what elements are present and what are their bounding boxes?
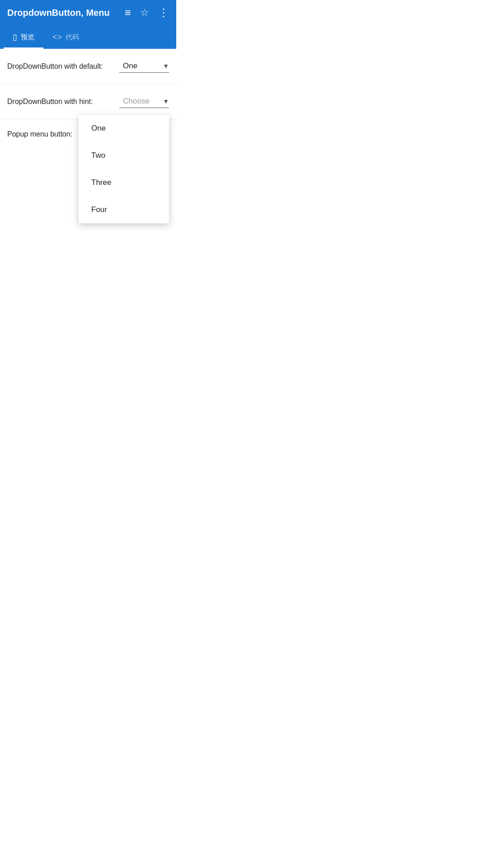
dropdown-hint-button[interactable]: Choose ▼: [119, 95, 169, 108]
row-default-label: DropDownButton with default:: [7, 62, 103, 71]
row-hint-label: DropDownButton with hint:: [7, 98, 93, 106]
app-bar-actions: [125, 6, 169, 19]
code-icon: <>: [52, 33, 62, 42]
menu-icon[interactable]: [125, 6, 131, 19]
dropdown-hint-value: Choose: [123, 97, 150, 106]
tab-code[interactable]: <> 代码: [43, 27, 88, 49]
menu-item-three[interactable]: Three: [79, 169, 169, 196]
menu-item-two[interactable]: Two: [79, 142, 169, 169]
tab-bar: ▯ 预览 <> 代码: [0, 25, 176, 49]
menu-item-four[interactable]: Four: [79, 196, 169, 223]
dropdown-default-button[interactable]: One ▼: [119, 60, 169, 73]
star-icon[interactable]: [140, 7, 149, 19]
menu-item-one[interactable]: One: [79, 115, 169, 142]
more-vert-icon[interactable]: [158, 6, 169, 19]
row-popup-label: Popup menu button:: [7, 130, 72, 138]
tab-code-label: 代码: [66, 33, 79, 42]
dropdown-hint-arrow: ▼: [163, 98, 169, 105]
tab-preview[interactable]: ▯ 预览: [4, 27, 43, 49]
dropdown-default-container: One ▼: [119, 60, 169, 73]
app-bar-title: DropdownButton, Menu: [7, 8, 125, 18]
tab-preview-label: 预览: [21, 33, 34, 42]
app-bar: DropdownButton, Menu: [0, 0, 176, 25]
dropdown-default-value: One: [123, 61, 137, 71]
content-area: DropDownButton with default: One ▼ DropD…: [0, 49, 176, 149]
row-hint: DropDownButton with hint: Choose ▼ One T…: [0, 84, 176, 119]
row-default: DropDownButton with default: One ▼: [0, 49, 176, 84]
dropdown-hint-container: Choose ▼ One Two Three Four: [119, 95, 169, 108]
dropdown-default-arrow: ▼: [163, 62, 169, 70]
dropdown-hint-menu: One Two Three Four: [79, 115, 169, 223]
tablet-icon: ▯: [13, 32, 17, 42]
